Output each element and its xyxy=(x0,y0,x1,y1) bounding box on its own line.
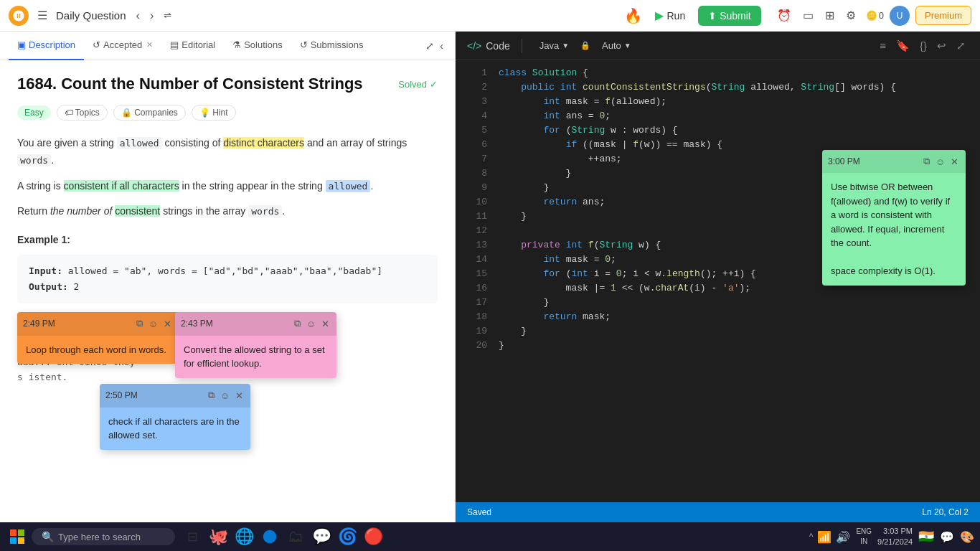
note-button[interactable]: ▭ xyxy=(798,6,818,25)
taskbar-app-6[interactable]: 🌀 xyxy=(336,525,359,548)
tab-solutions[interactable]: ⚗ Solutions xyxy=(224,32,291,60)
cursor-position: Ln 20, Col 2 xyxy=(922,507,969,517)
next-button[interactable]: › xyxy=(146,6,158,25)
taskbar-right: ^ 📶 🔊 ENGIN 3:03 PM 9/21/2024 🇮🇳 💬 🎨 xyxy=(809,526,974,548)
undo-button[interactable]: ↩ xyxy=(934,37,949,55)
problem-body: You are given a string allowed consistin… xyxy=(17,135,438,522)
systray-arrow[interactable]: ^ xyxy=(809,532,814,542)
svg-rect-0 xyxy=(10,529,17,536)
shuffle-button[interactable]: ⇌ xyxy=(159,7,176,24)
avatar[interactable]: U xyxy=(890,6,910,26)
left-panel: ▣ Description ↺ Accepted ✕ ▤ Editorial ⚗… xyxy=(0,32,456,522)
note4-copy[interactable]: ⧉ xyxy=(922,154,931,169)
auto-selector[interactable]: Auto ▼ xyxy=(596,37,637,54)
difficulty-tags: Easy 🏷 Topics 🔒 Companies 💡 Hint xyxy=(17,105,438,121)
tab-accepted[interactable]: ↺ Accepted ✕ xyxy=(84,32,161,60)
note1-emoji[interactable]: ☺ xyxy=(147,316,159,331)
alarm-button[interactable]: ⏰ xyxy=(773,6,796,25)
taskbar-app-4[interactable]: 🗂 xyxy=(284,525,307,548)
code-toolbar: ≡ 🔖 {} ↩ ⤢ xyxy=(877,37,969,55)
language-selector[interactable]: Java ▼ xyxy=(534,37,575,54)
solutions-icon: ⚗ xyxy=(232,39,241,50)
difficulty-badge: Easy xyxy=(17,105,51,120)
expand-button[interactable]: ⤢ xyxy=(953,37,969,55)
format-button[interactable]: ≡ xyxy=(877,37,889,55)
code-header: </> Code Java ▼ 🔒 Auto ▼ ≡ 🔖 {} ↩ ⤢ xyxy=(456,32,980,60)
accepted-close[interactable]: ✕ xyxy=(146,40,153,50)
sticky-note-3: 2:50 PM ⧉ ☺ ✕ check if all characters ar… xyxy=(100,384,250,449)
note2-copy[interactable]: ⧉ xyxy=(293,316,302,331)
note2-close[interactable]: ✕ xyxy=(320,316,331,331)
tab-description[interactable]: ▣ Description xyxy=(9,32,84,60)
code-line-2: 2 public int countConsistentStrings(Stri… xyxy=(456,80,980,95)
code-line-17: 17 } xyxy=(456,296,980,310)
notes-area: 2:49 PM ⧉ ☺ ✕ Loop through each word in … xyxy=(17,312,438,513)
sticky-note-2: 2:43 PM ⧉ ☺ ✕ Convert the allowed string… xyxy=(175,312,336,377)
taskbar-app-5[interactable]: 💬 xyxy=(310,525,333,548)
code-line-5: 5 for (String w : words) { xyxy=(456,123,980,138)
divider xyxy=(522,39,522,53)
logo[interactable] xyxy=(9,6,29,26)
note3-close[interactable]: ✕ xyxy=(234,388,245,402)
start-button[interactable] xyxy=(6,525,29,548)
note3-copy[interactable]: ⧉ xyxy=(207,388,216,402)
right-panel: </> Code Java ▼ 🔒 Auto ▼ ≡ 🔖 {} ↩ ⤢ 1cla… xyxy=(456,32,980,522)
search-text: Type here to search xyxy=(58,532,141,542)
fullscreen-button[interactable]: {} xyxy=(917,37,930,55)
code-line-4: 4 int ans = 0; xyxy=(456,109,980,123)
taskbar-app-2[interactable]: 🌐 xyxy=(232,525,255,548)
taskbar: 🔍 Type here to search ⊟ 🐙 🌐 🗂 💬 🌀 🔴 ^ 📶 … xyxy=(0,522,980,551)
fire-icon: 🔥 xyxy=(624,7,642,24)
accepted-icon: ↺ xyxy=(93,39,100,50)
note2-emoji[interactable]: ☺ xyxy=(305,316,317,331)
taskbar-task-view[interactable]: ⊟ xyxy=(181,525,204,548)
premium-button[interactable]: Premium xyxy=(915,6,971,25)
problem-content: 1684. Count the Number of Consistent Str… xyxy=(0,60,455,522)
taskbar-apps: ⊟ 🐙 🌐 🗂 💬 🌀 🔴 xyxy=(181,525,385,548)
tabs-bar: ▣ Description ↺ Accepted ✕ ▤ Editorial ⚗… xyxy=(0,32,455,60)
code-title: </> Code xyxy=(467,40,510,52)
note1-close[interactable]: ✕ xyxy=(162,316,173,331)
svg-rect-2 xyxy=(10,537,17,544)
collapse-icon[interactable]: ‹ xyxy=(437,37,446,55)
main-layout: ▣ Description ↺ Accepted ✕ ▤ Editorial ⚗… xyxy=(0,32,980,522)
saved-label: Saved xyxy=(467,507,491,517)
grid-button[interactable]: ⊞ xyxy=(821,6,839,25)
topics-button[interactable]: 🏷 Topics xyxy=(57,105,108,121)
note4-emoji[interactable]: ☺ xyxy=(934,154,946,169)
expand-icon[interactable]: ⤢ xyxy=(423,37,437,55)
solved-badge: Solved ✓ xyxy=(398,79,438,90)
submit-button[interactable]: ⬆ Submit xyxy=(698,6,761,26)
description-icon: ▣ xyxy=(17,39,26,50)
hint-button[interactable]: 💡 Hint xyxy=(192,105,236,121)
run-button[interactable]: ▶ Run xyxy=(648,4,692,27)
flag-icon: 🇮🇳 xyxy=(918,529,934,545)
problem-title: 1684. Count the Number of Consistent Str… xyxy=(17,75,438,93)
settings-button[interactable]: ⚙ xyxy=(842,6,860,25)
editorial-icon: ▤ xyxy=(170,39,179,50)
bookmark-button[interactable]: 🔖 xyxy=(893,37,913,55)
taskbar-app-7[interactable]: 🔴 xyxy=(362,525,385,548)
taskbar-search[interactable]: 🔍 Type here to search xyxy=(32,528,175,545)
submissions-icon: ↺ xyxy=(300,39,308,50)
note4-close[interactable]: ✕ xyxy=(949,154,960,169)
prev-button[interactable]: ‹ xyxy=(132,6,144,25)
taskbar-app-1[interactable]: 🐙 xyxy=(207,525,230,548)
companies-button[interactable]: 🔒 Companies xyxy=(113,105,186,121)
code-line-20: 20} xyxy=(456,339,980,353)
menu-icon[interactable]: ☰ xyxy=(34,6,50,25)
notification-icon[interactable]: 💬 xyxy=(940,530,954,544)
systray: ^ 📶 🔊 xyxy=(809,530,851,544)
topbar: ☰ Daily Question ‹ › ⇌ 🔥 ▶ Run ⬆ Submit … xyxy=(0,0,980,32)
taskbar-app-3[interactable] xyxy=(258,525,281,548)
volume-icon[interactable]: 🔊 xyxy=(836,530,850,544)
search-icon: 🔍 xyxy=(42,531,54,542)
tab-editorial[interactable]: ▤ Editorial xyxy=(161,32,224,60)
note1-copy[interactable]: ⧉ xyxy=(135,316,144,331)
code-line-3: 3 int mask = f(allowed); xyxy=(456,95,980,109)
note3-emoji[interactable]: ☺ xyxy=(219,388,231,402)
topbar-navigation: ‹ › ⇌ xyxy=(132,6,176,25)
tab-submissions[interactable]: ↺ Submissions xyxy=(291,32,372,60)
sticky-note-4: 3:00 PM ⧉ ☺ ✕ Use bitwise OR between f(a… xyxy=(822,150,966,286)
topbar-title: Daily Question xyxy=(56,9,126,22)
